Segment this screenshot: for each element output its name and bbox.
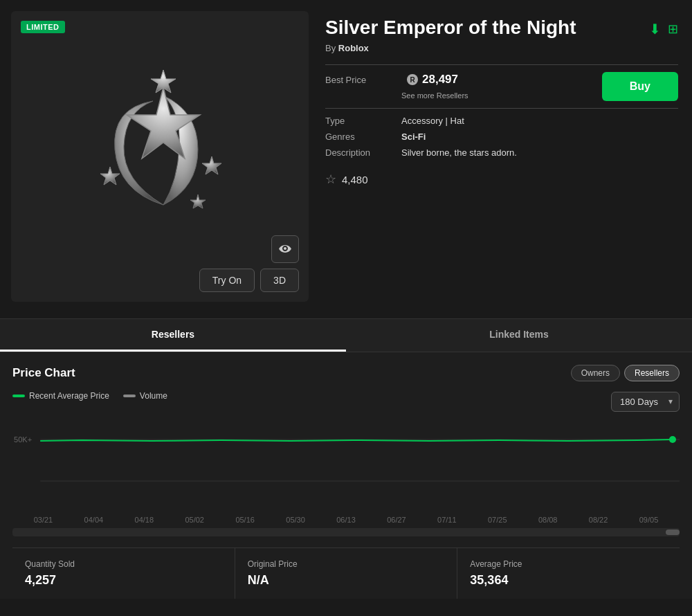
type-label: Type [325, 116, 401, 126]
chart-scrollbar[interactable] [12, 528, 680, 536]
tabs-section: Resellers Linked Items [0, 318, 692, 352]
time-period-select[interactable]: 180 Days 30 Days 90 Days 1 Year All [611, 392, 680, 412]
genres-row: Genres Sci-Fi [325, 132, 678, 142]
x-label-12: 09/05 [623, 516, 674, 524]
try-on-button[interactable]: Try On [199, 269, 255, 292]
stat-original-price: Original Price N/A [235, 548, 458, 599]
item-svg [63, 66, 257, 246]
x-label-10: 08/08 [522, 516, 573, 524]
star-icon: ☆ [325, 172, 336, 187]
chart-section: Price Chart Owners Resellers Recent Aver… [0, 352, 692, 599]
x-axis-labels: 03/21 04/04 04/18 05/02 05/16 05/30 06/1… [12, 516, 680, 524]
limited-badge: LIMITED [21, 21, 65, 33]
image-panel: LIMITED [11, 11, 309, 302]
chart-svg: 50K+ [12, 419, 680, 516]
legend-avg-label: Recent Average Price [29, 391, 109, 401]
legend-volume: Volume [123, 391, 167, 401]
price-number: 28,497 [422, 73, 458, 87]
preview-button[interactable] [271, 235, 299, 263]
chart-area: 50K+ [12, 419, 680, 516]
price-section: Best Price R 28,497 See more Resellers [325, 73, 468, 100]
x-label-0: 03/21 [18, 516, 69, 524]
tabs-bar: Resellers Linked Items [0, 319, 692, 352]
image-controls: Try On 3D [199, 235, 299, 292]
type-row: Type Accessory | Hat [325, 116, 678, 126]
x-label-1: 04/04 [69, 516, 119, 524]
x-label-6: 06/13 [321, 516, 372, 524]
robux-icon: R [407, 74, 418, 85]
genres-label: Genres [325, 132, 401, 142]
x-label-2: 04/18 [119, 516, 170, 524]
svg-point-8 [669, 436, 676, 443]
x-label-8: 07/11 [421, 516, 472, 524]
stat-original-label: Original Price [248, 559, 445, 569]
legend-vol-label: Volume [140, 391, 167, 401]
price-value: R 28,497 [407, 73, 458, 87]
stat-quantity-label: Quantity Sold [25, 559, 222, 569]
item-title: Silver Emperor of the Night [325, 17, 576, 39]
grid-icon[interactable]: ⊞ [668, 21, 678, 37]
genres-value: Sci-Fi [401, 132, 426, 142]
stat-quantity-value: 4,257 [25, 573, 222, 588]
stat-average-price: Average Price 35,364 [457, 548, 680, 599]
description-value: Silver borne, the stars adorn. [401, 147, 517, 158]
creator-link[interactable]: Roblox [338, 43, 369, 53]
divider-2 [325, 108, 678, 109]
best-price-label: Best Price [325, 75, 401, 85]
header-icons: ⬇ ⊞ [649, 21, 678, 37]
chart-title: Price Chart [12, 366, 75, 380]
3d-button[interactable]: 3D [260, 269, 299, 292]
see-resellers-link[interactable]: See more Resellers [401, 91, 468, 100]
x-label-4: 05/16 [220, 516, 271, 524]
svg-marker-4 [190, 194, 206, 208]
info-header: Silver Emperor of the Night ⬇ ⊞ [325, 17, 678, 39]
owners-filter-button[interactable]: Owners [571, 365, 620, 381]
view-buttons: Try On 3D [199, 269, 299, 292]
svg-marker-3 [202, 156, 221, 174]
top-section: LIMITED [0, 0, 692, 313]
x-label-11: 08/22 [573, 516, 623, 524]
x-label-3: 05/02 [170, 516, 220, 524]
stat-average-value: 35,364 [470, 573, 667, 588]
legend-gray-dot [123, 395, 136, 397]
buy-button[interactable]: Buy [602, 72, 678, 101]
x-label-7: 06/27 [371, 516, 421, 524]
info-panel: Silver Emperor of the Night ⬇ ⊞ By Roblo… [322, 11, 681, 302]
time-period-select-wrapper: 180 Days 30 Days 90 Days 1 Year All [611, 392, 680, 412]
by-line: By Roblox [325, 43, 678, 53]
price-row: Best Price R 28,497 See more Resellers B… [325, 72, 678, 101]
legend-green-dot [12, 395, 25, 397]
description-label: Description [325, 147, 401, 158]
chart-top-row: Recent Average Price Volume 180 Days 30 … [12, 391, 680, 412]
stat-average-label: Average Price [470, 559, 667, 569]
chart-legend: Recent Average Price Volume [12, 391, 167, 401]
favorites-count: 4,480 [342, 174, 368, 185]
resellers-filter-button[interactable]: Resellers [624, 365, 680, 381]
svg-marker-2 [100, 167, 120, 185]
x-label-5: 05/30 [271, 516, 321, 524]
download-icon[interactable]: ⬇ [649, 21, 661, 37]
legend-avg-price: Recent Average Price [12, 391, 109, 401]
scrollbar-thumb[interactable] [666, 529, 680, 535]
item-image [56, 60, 264, 253]
chart-stats: Quantity Sold 4,257 Original Price N/A A… [12, 547, 680, 599]
tab-linked-items[interactable]: Linked Items [346, 319, 692, 352]
chart-filter-buttons: Owners Resellers [571, 365, 680, 381]
description-row: Description Silver borne, the stars ador… [325, 147, 678, 158]
divider-1 [325, 64, 678, 65]
chart-header: Price Chart Owners Resellers [12, 365, 680, 381]
tab-resellers[interactable]: Resellers [0, 319, 346, 352]
svg-text:50K+: 50K+ [14, 435, 32, 444]
x-label-9: 07/25 [472, 516, 522, 524]
stat-original-value: N/A [248, 573, 445, 588]
stat-quantity-sold: Quantity Sold 4,257 [12, 548, 235, 599]
favorites-row: ☆ 4,480 [325, 165, 678, 187]
type-value: Accessory | Hat [401, 116, 464, 126]
